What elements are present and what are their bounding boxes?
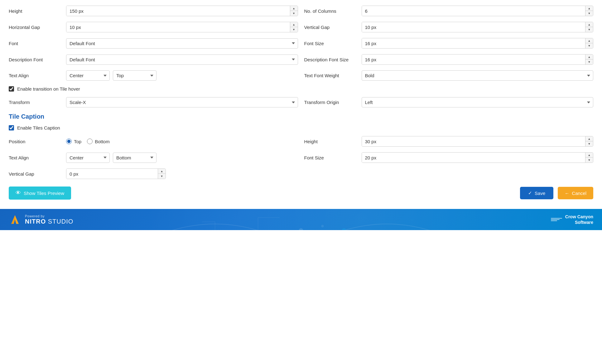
font-weight-wrap: Bold Normal Lighter Bolder [362, 70, 594, 81]
caption-height-input[interactable] [362, 136, 585, 146]
v-gap-input[interactable] [362, 22, 585, 32]
row-transform: Transform Scale-X Scale-Y Scale-XY Rotat… [9, 97, 593, 107]
caption-font-size-spinner[interactable]: ▲ ▼ [362, 152, 594, 163]
h-gap-input[interactable] [66, 22, 290, 32]
group-caption-text-align: Text Align Center Left Right Bottom Top … [9, 153, 298, 163]
caption-v-gap-btns: ▲ ▼ [158, 169, 166, 179]
caption-v-gap-input[interactable] [66, 169, 158, 179]
desc-font-size-down[interactable]: ▼ [585, 59, 593, 64]
row-font: Font Default Font Arial Verdana Font Siz… [9, 38, 593, 49]
arrow-icon: ← [565, 191, 569, 196]
enable-caption-checkbox[interactable] [9, 125, 14, 130]
position-top-option[interactable]: Top [66, 139, 81, 144]
desc-font-size-spinner[interactable]: ▲ ▼ [362, 54, 594, 65]
caption-v-gap-up[interactable]: ▲ [158, 169, 166, 174]
software-label: Software [575, 220, 593, 225]
row-desc-font: Description Font Default Font Arial Verd… [9, 54, 593, 65]
caption-height-btns: ▲ ▼ [585, 136, 593, 146]
height-spinner[interactable]: ▲ ▼ [66, 6, 298, 16]
v-gap-spinner[interactable]: ▲ ▼ [362, 22, 594, 32]
cancel-button[interactable]: ← Cancel [558, 187, 593, 199]
caption-height-down[interactable]: ▼ [585, 141, 593, 146]
group-caption-height: Height ▲ ▼ [304, 136, 594, 147]
text-align-v-select[interactable]: Top Middle Bottom [113, 70, 157, 81]
caption-v-gap-spinner[interactable]: ▲ ▼ [66, 168, 166, 179]
preview-label: Show Tiles Preview [24, 191, 64, 196]
save-label: Save [535, 191, 545, 196]
position-wrap: Top Bottom [66, 139, 298, 144]
save-cancel-group: ✓ Save ← Cancel [520, 187, 593, 199]
crow-canyon-name: Crow Canyon [565, 214, 593, 219]
font-weight-label: Text Font Weight [304, 73, 357, 78]
desc-font-select[interactable]: Default Font Arial Verdana [66, 54, 298, 65]
font-size-btns: ▲ ▼ [585, 38, 593, 48]
h-gap-spinner[interactable]: ▲ ▼ [66, 22, 298, 32]
preview-button[interactable]: 👁 Show Tiles Preview [9, 187, 71, 200]
desc-font-label: Description Font [9, 57, 62, 62]
font-size-label: Font Size [304, 41, 357, 46]
columns-spinner-btns: ▲ ▼ [585, 6, 593, 16]
transform-wrap: Scale-X Scale-Y Scale-XY Rotate None [66, 97, 298, 107]
row-gaps: Horizontal Gap ▲ ▼ Vertical Gap ▲ [9, 22, 593, 32]
font-size-down[interactable]: ▼ [585, 43, 593, 48]
caption-font-size-down[interactable]: ▼ [585, 158, 593, 163]
columns-down-btn[interactable]: ▼ [585, 11, 593, 16]
svg-point-2 [342, 228, 346, 230]
v-gap-down[interactable]: ▼ [585, 27, 593, 32]
font-select[interactable]: Default Font Arial Verdana [66, 38, 298, 49]
group-caption-font-size: Font Size ▲ ▼ [304, 152, 594, 163]
caption-text-align-v-select[interactable]: Bottom Top Middle [113, 153, 157, 163]
group-v-gap: Vertical Gap ▲ ▼ [304, 22, 594, 32]
svg-point-1 [321, 225, 324, 227]
transform-select[interactable]: Scale-X Scale-Y Scale-XY Rotate None [66, 97, 298, 107]
h-gap-up[interactable]: ▲ [290, 22, 298, 27]
caption-height-up[interactable]: ▲ [585, 136, 593, 141]
caption-font-size-label: Font Size [304, 155, 357, 160]
caption-text-align-wrap: Center Left Right Bottom Top Middle [66, 153, 298, 163]
group-font: Font Default Font Arial Verdana [9, 38, 298, 49]
columns-input[interactable] [362, 6, 585, 16]
height-input[interactable] [66, 6, 290, 16]
caption-height-spinner[interactable]: ▲ ▼ [362, 136, 594, 147]
desc-font-size-btns: ▲ ▼ [585, 54, 593, 64]
crow-canyon-waves [551, 218, 562, 221]
font-weight-select[interactable]: Bold Normal Lighter Bolder [362, 70, 594, 81]
v-gap-btns: ▲ ▼ [585, 22, 593, 32]
v-gap-label: Vertical Gap [304, 25, 357, 30]
height-down-btn[interactable]: ▼ [290, 11, 298, 16]
columns-up-btn[interactable]: ▲ [585, 6, 593, 11]
position-label: Position [9, 139, 62, 144]
caption-font-size-up[interactable]: ▲ [585, 153, 593, 158]
caption-font-size-input[interactable] [362, 153, 585, 163]
save-button[interactable]: ✓ Save [520, 187, 553, 199]
desc-font-size-input[interactable] [362, 54, 585, 64]
caption-v-gap-down[interactable]: ▼ [158, 174, 166, 179]
h-gap-btns: ▲ ▼ [290, 22, 298, 32]
height-up-btn[interactable]: ▲ [290, 6, 298, 11]
position-top-radio[interactable] [66, 139, 72, 144]
h-gap-wrap: ▲ ▼ [66, 22, 298, 32]
font-size-input[interactable] [362, 38, 585, 48]
position-bottom-radio[interactable] [87, 139, 93, 144]
v-gap-up[interactable]: ▲ [585, 22, 593, 27]
desc-font-size-up[interactable]: ▲ [585, 54, 593, 59]
group-transform-origin: Transform Origin Left Right Center Top B… [304, 97, 594, 107]
caption-text-align-pair: Center Left Right Bottom Top Middle [66, 153, 298, 163]
columns-spinner[interactable]: ▲ ▼ [362, 6, 594, 16]
h-gap-label: Horizontal Gap [9, 25, 62, 30]
text-align-h-select[interactable]: Center Left Right [66, 70, 110, 81]
enable-transition-label[interactable]: Enable transition on Tile hover [17, 86, 80, 92]
transform-origin-select[interactable]: Left Right Center Top Bottom [362, 97, 594, 107]
row-text-align: Text Align Center Left Right Top Middle … [9, 70, 593, 81]
h-gap-down[interactable]: ▼ [290, 27, 298, 32]
caption-v-gap-label: Vertical Gap [9, 171, 62, 177]
position-bottom-option[interactable]: Bottom [87, 139, 110, 144]
group-desc-font: Description Font Default Font Arial Verd… [9, 54, 298, 65]
font-size-up[interactable]: ▲ [585, 38, 593, 43]
enable-transition-checkbox[interactable] [9, 86, 14, 92]
row-caption-textalign-fontsize: Text Align Center Left Right Bottom Top … [9, 152, 593, 163]
caption-text-align-h-select[interactable]: Center Left Right [66, 153, 110, 163]
enable-caption-label[interactable]: Enable Tiles Caption [17, 125, 60, 130]
font-size-spinner[interactable]: ▲ ▼ [362, 38, 594, 49]
row-height-columns: Height ▲ ▼ No. of Columns ▲ ▼ [9, 6, 593, 16]
